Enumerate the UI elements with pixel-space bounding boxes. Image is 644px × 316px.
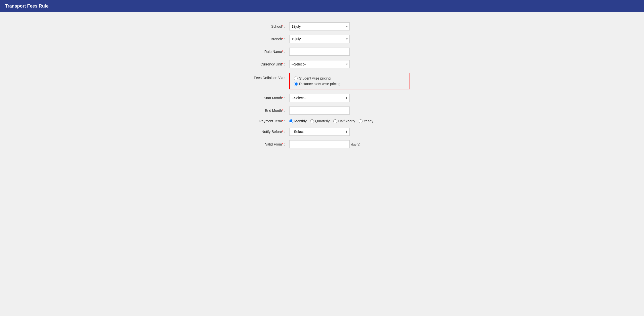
branch-label: Branch* : — [234, 37, 289, 41]
fees-definition-radio-group: Student wise pricing Distance slots wise… — [294, 76, 340, 86]
branch-select[interactable]: 19july — [289, 35, 350, 43]
fees-radio-distance[interactable] — [294, 82, 298, 86]
end-month-input[interactable] — [289, 107, 350, 115]
notify-before-select[interactable]: --Select-- — [289, 128, 350, 136]
fees-definition-label: Fees Definition Via : — [234, 73, 289, 80]
notify-before-row: Notify Before* : --Select-- — [234, 128, 410, 136]
payment-radio-yearly[interactable] — [359, 119, 363, 123]
page-title: Transport Fees Rule — [5, 4, 49, 9]
payment-radio-half-yearly[interactable] — [333, 119, 337, 123]
payment-quarterly-option[interactable]: Quarterly — [310, 119, 330, 123]
start-month-select[interactable]: --Select-- — [289, 94, 350, 102]
page-content: School* : 19july Branch* : 19july Rule N — [0, 12, 644, 163]
currency-unit-select[interactable]: --Select-- — [289, 60, 350, 68]
start-month-row: Start Month* : --Select-- — [234, 94, 410, 102]
school-select-wrapper: 19july — [289, 22, 350, 30]
payment-half-yearly-option[interactable]: Half Yearly — [333, 119, 355, 123]
fees-definition-row: Fees Definition Via : Student wise prici… — [234, 73, 410, 89]
page-header: Transport Fees Rule — [0, 0, 644, 12]
valid-from-input[interactable] — [289, 140, 350, 148]
payment-radio-quarterly[interactable] — [310, 119, 314, 123]
rule-name-label: Rule Name* : — [234, 50, 289, 54]
fees-option-student[interactable]: Student wise pricing — [294, 76, 340, 80]
currency-unit-row: Currency Unit* : --Select-- — [234, 60, 410, 68]
days-suffix: day(s) — [351, 143, 360, 146]
valid-from-row: Valid From* : day(s) — [234, 140, 410, 148]
payment-term-group: Monthly Quarterly Half Yearly Yearly — [289, 119, 373, 123]
valid-from-label: Valid From* : — [234, 142, 289, 146]
payment-term-label: Payment Term* : — [234, 119, 289, 123]
fees-radio-student[interactable] — [294, 77, 298, 80]
payment-monthly-option[interactable]: Monthly — [289, 119, 307, 123]
currency-unit-label: Currency Unit* : — [234, 62, 289, 66]
notify-before-label: Notify Before* : — [234, 130, 289, 134]
school-select[interactable]: 19july — [289, 22, 350, 30]
fees-definition-box: Student wise pricing Distance slots wise… — [289, 73, 410, 89]
start-month-label: Start Month* : — [234, 96, 289, 100]
rule-name-row: Rule Name* : — [234, 48, 410, 56]
branch-row: Branch* : 19july — [234, 35, 410, 43]
school-row: School* : 19july — [234, 22, 410, 30]
rule-name-input[interactable] — [289, 48, 350, 56]
fees-option-distance[interactable]: Distance slots wise pricing — [294, 82, 340, 86]
currency-select-wrapper: --Select-- — [289, 60, 350, 68]
branch-select-wrapper: 19july — [289, 35, 350, 43]
notify-before-select-wrapper: --Select-- — [289, 128, 350, 136]
school-label: School* : — [234, 24, 289, 28]
start-month-select-wrapper: --Select-- — [289, 94, 350, 102]
payment-term-row: Payment Term* : Monthly Quarterly Half Y… — [234, 119, 410, 123]
end-month-label: End Month* : — [234, 109, 289, 113]
payment-radio-monthly[interactable] — [289, 119, 293, 123]
form-container: School* : 19july Branch* : 19july Rule N — [234, 22, 410, 153]
end-month-row: End Month* : — [234, 107, 410, 115]
payment-yearly-option[interactable]: Yearly — [359, 119, 373, 123]
